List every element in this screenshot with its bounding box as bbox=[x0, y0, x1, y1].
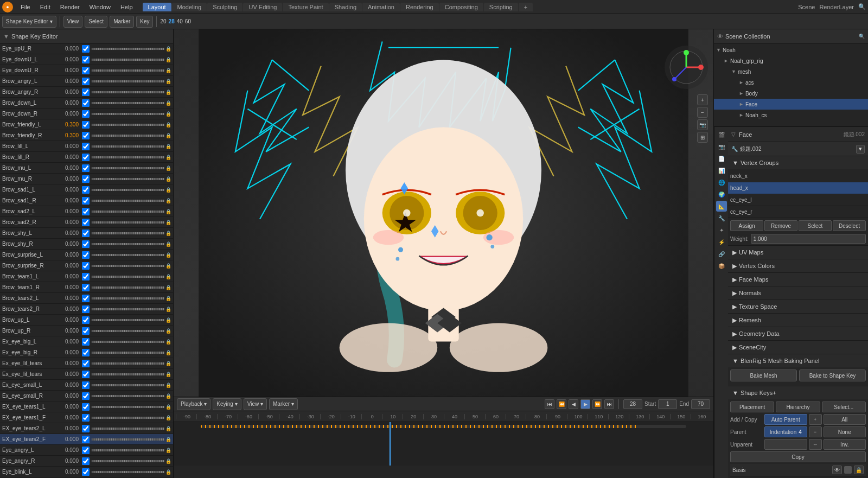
shape-key-item[interactable]: Brow_sad1_L0.000🔒 bbox=[0, 184, 173, 195]
basis-checkbox[interactable] bbox=[844, 466, 852, 474]
shape-key-item[interactable]: Brow_sad2_R0.000🔒 bbox=[0, 217, 173, 228]
physics-btn[interactable]: ⚡ bbox=[716, 237, 727, 247]
copy-btn[interactable]: Copy bbox=[730, 451, 866, 462]
scene-props-btn[interactable]: 🎬 bbox=[716, 129, 727, 140]
tree-item-noah[interactable]: ▼Noah bbox=[714, 44, 868, 55]
shape-key-checkbox[interactable] bbox=[82, 392, 90, 400]
shape-key-checkbox[interactable] bbox=[82, 447, 90, 454]
select-btn[interactable]: Select... bbox=[822, 401, 866, 412]
shape-key-checkbox[interactable] bbox=[82, 219, 90, 226]
grid-btn[interactable]: ⊞ bbox=[697, 132, 708, 143]
shape-key-checkbox[interactable] bbox=[82, 338, 90, 346]
workspace-rendering[interactable]: Rendering bbox=[400, 3, 439, 11]
shape-key-item[interactable]: Brow_down_R0.000🔒 bbox=[0, 109, 173, 119]
shape-key-item[interactable]: Ex_eye_small_L0.000🔒 bbox=[0, 380, 173, 391]
shape-key-checkbox[interactable] bbox=[82, 154, 90, 161]
shape-key-checkbox[interactable] bbox=[82, 186, 90, 194]
marker-menu-btn[interactable]: Marker bbox=[110, 16, 134, 28]
search-icon[interactable]: 🔍 bbox=[858, 3, 866, 10]
key-menu-btn[interactable]: Key bbox=[136, 16, 153, 28]
shape-key-checkbox[interactable] bbox=[82, 273, 90, 281]
playhead[interactable] bbox=[390, 422, 391, 466]
tree-item-noah_grp_rig[interactable]: ►Noah_grp_rig bbox=[714, 55, 868, 66]
menu-window[interactable]: Window bbox=[85, 3, 115, 11]
workspace-uv[interactable]: UV Editing bbox=[243, 3, 282, 11]
object-props-btn[interactable]: 📦 bbox=[716, 260, 727, 271]
start-frame-input[interactable]: 1 bbox=[658, 399, 677, 409]
shape-key-item[interactable]: Brow_down_L0.000🔒 bbox=[0, 98, 173, 109]
workspace-modeling[interactable]: Modeling bbox=[172, 3, 207, 11]
timeline-tracks[interactable] bbox=[174, 422, 713, 466]
shape-key-checkbox[interactable] bbox=[82, 78, 90, 85]
shape-key-checkbox[interactable] bbox=[82, 436, 90, 443]
shape-key-checkbox[interactable] bbox=[82, 45, 90, 53]
workspace-compositing[interactable]: Compositing bbox=[439, 3, 483, 11]
shape-key-checkbox[interactable] bbox=[82, 110, 90, 118]
remove-btn[interactable]: Remove bbox=[764, 220, 797, 231]
shape-key-item[interactable]: Brow_friendly_L0.300🔒 bbox=[0, 119, 173, 130]
shape-key-checkbox[interactable] bbox=[82, 360, 90, 367]
shape-key-item[interactable]: Eye_upU_R0.000🔒 bbox=[0, 43, 173, 54]
shape-key-item[interactable]: Eye_angry_R0.000🔒 bbox=[0, 456, 173, 467]
tree-item-noah_cs[interactable]: ►Noah_cs bbox=[714, 110, 868, 120]
shape-key-item[interactable]: Brow_angry_L0.000🔒 bbox=[0, 76, 173, 87]
shape-key-item[interactable]: Brow_shy_L0.000🔒 bbox=[0, 228, 173, 239]
step-back-btn[interactable]: ⏪ bbox=[557, 399, 566, 409]
jump-start-btn[interactable]: ⏮ bbox=[545, 399, 554, 409]
remesh-header[interactable]: ▶ Remesh bbox=[728, 314, 868, 327]
workspace-texture-paint[interactable]: Texture Paint bbox=[283, 3, 328, 11]
shape-key-item[interactable]: Brow_shy_R0.000🔒 bbox=[0, 239, 173, 250]
tree-item-mesh[interactable]: ▼mesh bbox=[714, 66, 868, 77]
reverse-btn[interactable]: ◀ bbox=[569, 399, 578, 409]
shape-key-checkbox[interactable] bbox=[82, 305, 90, 313]
shape-key-item[interactable]: Brow_surprise_R0.000🔒 bbox=[0, 260, 173, 271]
outliner-tree[interactable]: ▼Noah►Noah_grp_rig▼mesh►acs►Body►Face►No… bbox=[714, 43, 868, 127]
shape-key-checkbox[interactable] bbox=[82, 143, 90, 150]
shape-key-item[interactable]: Brow_lill_L0.000🔒 bbox=[0, 141, 173, 152]
bake-mesh-btn[interactable]: Bake Mesh bbox=[730, 369, 797, 381]
none-btn[interactable]: None bbox=[824, 426, 866, 437]
shape-key-item[interactable]: Ex_eye_lil_tears0.000🔒 bbox=[0, 369, 173, 380]
shape-key-checkbox[interactable] bbox=[82, 230, 90, 237]
shape-key-item[interactable]: Brow_mu_R0.000🔒 bbox=[0, 174, 173, 184]
shape-key-checkbox[interactable] bbox=[82, 240, 90, 248]
play-btn[interactable]: ▶ bbox=[580, 399, 590, 409]
step-fwd-btn[interactable]: ⏩ bbox=[592, 399, 602, 409]
shape-key-checkbox[interactable] bbox=[82, 197, 90, 205]
shape-key-item[interactable]: Brow_angry_R0.000🔒 bbox=[0, 87, 173, 98]
shape-key-item[interactable]: Brow_tears2_R0.000🔒 bbox=[0, 304, 173, 315]
workspace-add[interactable]: + bbox=[519, 3, 533, 11]
tree-item-face[interactable]: ►Face bbox=[714, 99, 868, 110]
weight-value[interactable]: 1.000 bbox=[751, 234, 866, 244]
shape-key-item[interactable]: Brow_mu_L0.000🔒 bbox=[0, 163, 173, 174]
shape-key-item[interactable]: Brow_up_R0.000🔒 bbox=[0, 326, 173, 336]
view-layer-btn[interactable]: 📊 bbox=[716, 165, 727, 176]
placement-btn[interactable]: Placement bbox=[730, 401, 774, 412]
constraints-btn[interactable]: 🔗 bbox=[716, 248, 727, 259]
shape-key-checkbox[interactable] bbox=[82, 262, 90, 270]
vertex-groups-header[interactable]: ▼ Vertex Groups bbox=[728, 156, 868, 169]
face-maps-header[interactable]: ▶ Face Maps bbox=[728, 273, 868, 286]
shape-key-checkbox[interactable] bbox=[82, 284, 90, 291]
shape-key-item[interactable]: Brow_surprise_L0.000🔒 bbox=[0, 250, 173, 260]
auto-parent-btn[interactable]: Auto Parent bbox=[764, 414, 807, 425]
basis-eye-btn[interactable]: 👁 bbox=[832, 466, 842, 474]
shape-key-checkbox[interactable] bbox=[82, 316, 90, 324]
shape-key-checkbox[interactable] bbox=[82, 164, 90, 172]
shape-key-checkbox[interactable] bbox=[82, 349, 90, 356]
playback-btn[interactable]: Playback ▾ bbox=[177, 398, 210, 410]
shape-key-checkbox[interactable] bbox=[82, 251, 90, 259]
hierarchy-btn[interactable]: Hierarchy bbox=[776, 401, 820, 412]
shape-key-item[interactable]: Eye_blink_L0.000🔒 bbox=[0, 467, 173, 477]
camera-btn[interactable]: 📷 bbox=[697, 119, 708, 130]
shape-keys-plus-header[interactable]: ▼ Shape Keys+ bbox=[728, 386, 868, 399]
current-frame-input[interactable]: 28 bbox=[623, 399, 642, 409]
shape-key-checkbox[interactable] bbox=[82, 67, 90, 74]
marker-timeline-btn[interactable]: Marker ▾ bbox=[269, 398, 298, 410]
blenrig-header[interactable]: ▼ BlenRig 5 Mesh Baking Panel bbox=[728, 354, 868, 367]
shape-key-item[interactable]: EX_eye_tears1_F0.000🔒 bbox=[0, 412, 173, 423]
shape-key-item[interactable]: Eye_angry_L0.000🔒 bbox=[0, 445, 173, 456]
shape-key-item[interactable]: Brow_up_L0.000🔒 bbox=[0, 315, 173, 326]
tree-item-body[interactable]: ►Body bbox=[714, 88, 868, 99]
end-frame-input[interactable]: 70 bbox=[691, 399, 710, 409]
